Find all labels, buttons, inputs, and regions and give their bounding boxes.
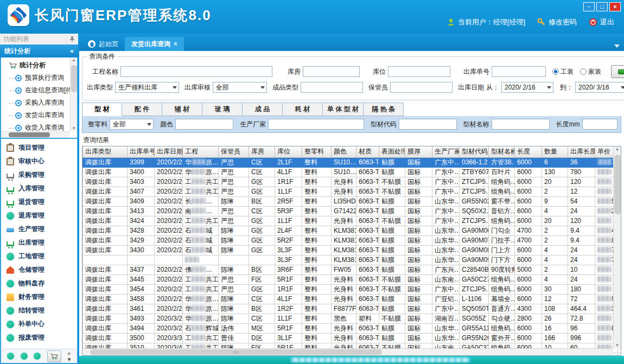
- material-tab[interactable]: 成 品: [243, 103, 283, 116]
- tree-root[interactable]: 统计分析: [3, 60, 76, 72]
- factory-input[interactable]: [268, 119, 364, 130]
- table-row[interactable]: 调拨出库34292020/2/26石城陈琳G区5R2F整料KLM38176063…: [83, 235, 622, 245]
- table-row[interactable]: 调拨出库34542020/2/28工共工程严思G区1R1F整料光身料6063-T…: [83, 284, 622, 294]
- grid-vscroll-thumb[interactable]: [614, 155, 621, 214]
- length-input[interactable]: [582, 119, 617, 130]
- logout-button[interactable]: 退出: [589, 17, 614, 27]
- tree-item[interactable]: 发货出库查询: [3, 109, 76, 122]
- scroll-down-icon[interactable]: ▼: [614, 343, 621, 348]
- table-row[interactable]: 调拨出库34002020/2/25华原…严思C区4L1F整料SU10…6063-…: [83, 167, 622, 177]
- grid-column-header[interactable]: 库房: [249, 146, 275, 157]
- sidebar-group-item[interactable]: 生产管理: [1, 222, 77, 236]
- tree-item[interactable]: 在途信息查询[待: [3, 84, 76, 97]
- sidebar-group-item[interactable]: 财务管理: [1, 290, 77, 304]
- grid-column-header[interactable]: 生产厂家: [432, 146, 460, 157]
- sidebar-group-header[interactable]: 统计分析 «: [0, 44, 78, 58]
- table-row[interactable]: 调拨出库35002020/3/3工共工程曹佳D区3L1F整料光身料6063-T5…: [83, 333, 622, 343]
- scroll-up-icon[interactable]: ▲: [71, 58, 77, 62]
- sidebar-group-item[interactable]: 物料盘存: [1, 277, 77, 290]
- tree-vertical-scrollbar[interactable]: ▲ ▼: [70, 58, 77, 131]
- maximize-button[interactable]: □: [596, 2, 608, 11]
- grid-column-header[interactable]: 表面处理: [379, 146, 405, 157]
- grid-column-header[interactable]: 出库长度: [568, 146, 595, 157]
- product-type-input[interactable]: [301, 82, 363, 93]
- sidebar-group-item[interactable]: 出库管理: [1, 236, 77, 250]
- table-row[interactable]: 调拨出库34582020/2/28华原…陈琳C区4L1F整料光身料6063-T5…: [83, 294, 622, 304]
- location-input[interactable]: [388, 66, 450, 77]
- date-to-picker[interactable]: 2020/ 3/16: [575, 82, 624, 93]
- sidebar-group-item[interactable]: 工地管理: [1, 250, 77, 263]
- table-row[interactable]: 3L3F整料KLM38176063-T5贴膜国标山东华…GA90M09.门下方6…: [83, 255, 622, 265]
- out-type-select[interactable]: 生产领料出库: [115, 82, 179, 93]
- sidebar-group-item[interactable]: 结转管理: [1, 304, 77, 317]
- scroll-down-icon[interactable]: ▼: [71, 126, 77, 131]
- sidebar-group-item[interactable]: 入库管理: [1, 182, 77, 195]
- material-tab[interactable]: 配 件: [122, 103, 162, 116]
- table-row[interactable]: 调拨出库34452020/2/27工共工程严思F区5R1F整料光身料6063-T…: [83, 274, 622, 284]
- tab-home[interactable]: 起始页: [81, 37, 125, 51]
- table-row[interactable]: 调拨出库34282020/2/26石城陈琳G区2L4F整料KLM38176063…: [83, 226, 622, 235]
- grid-column-header[interactable]: 出库日期: [155, 146, 183, 157]
- footer-dot-icon[interactable]: [21, 353, 28, 360]
- table-row[interactable]: 调拨出库34372020/2/27佛…陈琳B区3R6F整料FW056063-T5…: [83, 265, 622, 274]
- project-name-input[interactable]: [120, 66, 272, 77]
- audit-select[interactable]: 全部: [213, 82, 267, 93]
- grid-column-header[interactable]: 整零料: [302, 146, 332, 157]
- grid-column-header[interactable]: 型材代码: [460, 146, 489, 157]
- color-input[interactable]: [175, 119, 233, 130]
- material-tab[interactable]: 单 体 型 材: [323, 103, 364, 116]
- grid-vertical-scrollbar[interactable]: ▲ ▼: [613, 146, 621, 348]
- grid-column-header[interactable]: 出库类型: [83, 146, 128, 157]
- material-tab[interactable]: 型 材: [82, 103, 122, 116]
- order-no-input[interactable]: [492, 66, 546, 77]
- change-password-button[interactable]: 修改密码: [537, 17, 577, 27]
- close-button[interactable]: ×: [609, 2, 621, 11]
- gongzhuang-radio[interactable]: [552, 68, 559, 75]
- pushpin-icon[interactable]: [69, 36, 75, 42]
- minimize-button[interactable]: −: [583, 2, 595, 11]
- material-tab[interactable]: 耗 材: [283, 103, 323, 116]
- material-tab[interactable]: 辅 材: [162, 103, 202, 116]
- footer-dot-icon[interactable]: [7, 353, 14, 360]
- material-tab[interactable]: 隔 热 条: [364, 103, 404, 116]
- grid-column-header[interactable]: 材质: [356, 146, 379, 157]
- table-row[interactable]: 调拨出库34032020/2/25工共工程严思G区1R1F整料光身料6063-T…: [83, 177, 622, 187]
- date-from-picker[interactable]: 2020/ 2/16: [501, 82, 553, 93]
- grid-column-header[interactable]: 长度: [515, 146, 542, 157]
- sidebar-group-item[interactable]: 采购管理: [1, 168, 77, 182]
- sidebar-group-item[interactable]: 退货管理: [1, 195, 77, 209]
- collapse-icon[interactable]: «: [70, 47, 74, 55]
- footer-dot-icon[interactable]: [34, 353, 41, 360]
- grid-column-header[interactable]: 库位: [275, 146, 302, 157]
- tree-item[interactable]: 预算执行查询: [3, 72, 76, 84]
- tree-horizontal-scrollbar[interactable]: [1, 131, 70, 138]
- table-row[interactable]: 调拨出库34072020/2/25工共工程严思G区1L1F整料光身料6063-T…: [83, 187, 622, 196]
- sidebar-group-item[interactable]: 仓储管理: [1, 263, 77, 277]
- scroll-up-icon[interactable]: ▲: [614, 146, 621, 151]
- footer-overflow-button[interactable]: »▾: [67, 350, 71, 362]
- sidebar-group-item[interactable]: 项目管理: [1, 141, 77, 155]
- material-tab[interactable]: 玻 璃: [202, 103, 243, 116]
- table-row[interactable]: 调拨出库34132020/2/26南…严思C区5R3F整料G714226063-…: [83, 206, 622, 216]
- tab-close-icon[interactable]: ×: [174, 40, 177, 48]
- clear-conditions-button[interactable]: 清空条件: [611, 65, 624, 78]
- grid-column-header[interactable]: 工程: [183, 146, 219, 157]
- sidebar-group-item[interactable]: 报废管理: [1, 331, 77, 344]
- sidebar-group-item[interactable]: 审核中心: [1, 155, 77, 168]
- table-row[interactable]: 调拨出库34092020/2/25长…陈琳B区2R5F整料LI35HD6063-…: [83, 196, 622, 206]
- grid-column-header[interactable]: 保管员: [219, 146, 249, 157]
- footer-cart-button[interactable]: [47, 350, 61, 362]
- profile-name-input[interactable]: [492, 119, 550, 130]
- profile-code-input[interactable]: [399, 119, 457, 130]
- table-row[interactable]: 调拨出库33992020/2/25华原…严思C区2L1F整料SU10…6063-…: [83, 157, 622, 167]
- table-row[interactable]: 调拨出库34932020/3/2华原…陈琳C区1L1F整料黑色塑料不贴膜国标湖南…: [83, 314, 622, 323]
- grid-column-header[interactable]: 膜厚: [405, 146, 432, 157]
- tree-vscroll-thumb[interactable]: [71, 65, 77, 92]
- grid-column-header[interactable]: 出库单号: [128, 146, 155, 157]
- grid-horizontal-scrollbar[interactable]: III: [82, 348, 613, 355]
- keeper-input[interactable]: [390, 82, 453, 93]
- sidebar-group-item[interactable]: 退库管理: [1, 209, 77, 222]
- jiazhuang-radio[interactable]: [580, 68, 587, 75]
- table-row[interactable]: 调拨出库34612020/2/28华原…陈琳B区1R2F整料F8877FT606…: [83, 304, 622, 314]
- table-row[interactable]: 调拨出库34302020/2/26石城陈琳G区3L3F整料KLM38176063…: [83, 245, 622, 255]
